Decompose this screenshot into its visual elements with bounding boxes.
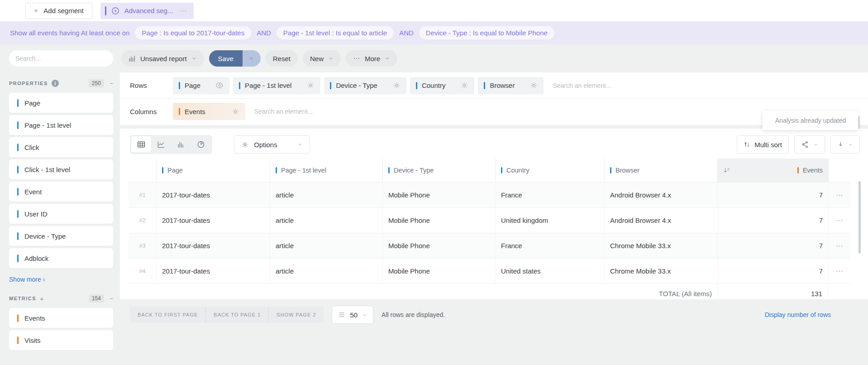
row-actions-button[interactable]: ⋯ — [828, 208, 851, 233]
pie-chart-view-button[interactable] — [191, 136, 211, 153]
chip-color-bar — [330, 82, 331, 89]
total-spacer — [382, 284, 495, 303]
table-row[interactable]: #1 2017-tour-dates article Mobile Phone … — [129, 182, 851, 207]
add-segment-button[interactable]: + Add segment — [25, 3, 92, 19]
chevron-down-icon — [362, 312, 367, 317]
rows-label: Rows — [130, 82, 173, 89]
reset-button[interactable]: Reset — [266, 50, 298, 67]
header-page-1st-level[interactable]: Page - 1st level — [270, 158, 382, 182]
row-actions-button[interactable]: ⋯ — [828, 259, 851, 283]
table-row[interactable]: #2 2017-tour-dates article Mobile Phone … — [129, 207, 851, 233]
gear-icon[interactable] — [393, 82, 401, 89]
advanced-segment-chip[interactable]: Advanced seg... ⋯ — [100, 3, 194, 19]
row-chip-country[interactable]: Country — [410, 77, 475, 94]
property-color-bar — [17, 232, 19, 240]
report-chart-icon — [129, 55, 136, 62]
filter-chip-level[interactable]: Page - 1st level : Is equal to article — [277, 26, 394, 39]
chip-label: Country — [422, 82, 446, 89]
report-selector[interactable]: Unsaved report — [121, 50, 204, 67]
table-view-button[interactable] — [131, 136, 151, 153]
property-item-device-type[interactable]: Device - Type — [9, 226, 113, 246]
back-to-page-1-button[interactable]: BACK TO PAGE 1 — [206, 307, 269, 323]
header-page[interactable]: Page — [156, 158, 270, 182]
filter-chip-device[interactable]: Device - Type : Is equal to Mobile Phone — [419, 26, 554, 39]
header-events[interactable]: Events — [717, 158, 828, 182]
property-item-click-1st-level[interactable]: Click - 1st level — [9, 159, 113, 179]
row-chip-browser[interactable]: Browser — [478, 77, 544, 94]
back-to-first-page-button[interactable]: BACK TO FIRST PAGE — [130, 307, 206, 323]
total-spacer — [129, 284, 156, 303]
cell-browser: Android Browser 4.x — [604, 182, 717, 207]
collapse-icon[interactable]: − — [110, 80, 113, 87]
rows-element-search-input[interactable] — [553, 82, 652, 89]
share-button[interactable] — [794, 135, 825, 154]
new-button[interactable]: New — [303, 50, 341, 67]
property-item-page[interactable]: Page — [9, 93, 113, 113]
sidebar-search-input[interactable] — [15, 55, 97, 62]
metric-item-events[interactable]: Events — [9, 308, 113, 328]
header-label: Page - 1st level — [281, 167, 326, 174]
sidebar-search[interactable] — [9, 50, 113, 67]
segment-target-icon — [111, 7, 119, 15]
show-more-link[interactable]: Show more › — [9, 276, 45, 283]
row-actions-button[interactable]: ⋯ — [828, 182, 851, 207]
property-item-page-1st-level[interactable]: Page - 1st level — [9, 115, 113, 135]
more-label: More — [365, 55, 380, 62]
add-metric-icon[interactable]: + — [40, 295, 44, 303]
property-item-adblock[interactable]: Adblock — [9, 248, 113, 268]
columns-label: Columns — [130, 108, 173, 115]
columns-element-search-input[interactable] — [254, 108, 354, 115]
property-color-bar — [17, 255, 19, 262]
chevron-down-icon — [385, 56, 390, 61]
download-button[interactable] — [830, 135, 860, 154]
report-name: Unsaved report — [140, 55, 187, 62]
options-dropdown[interactable]: Options — [234, 135, 310, 154]
property-item-event[interactable]: Event — [9, 182, 113, 202]
rows-chips: Page Page - 1st level — [173, 77, 544, 94]
row-actions-button[interactable]: ⋯ — [828, 233, 851, 258]
more-button[interactable]: ⋯ More — [346, 50, 397, 67]
segment-bar: + Add segment Advanced seg... ⋯ — [0, 0, 868, 21]
gear-icon[interactable] — [232, 108, 239, 115]
save-options-button[interactable] — [243, 50, 261, 67]
gear-icon[interactable] — [307, 82, 315, 89]
properties-header: PROPERTIES i 250 − — [9, 79, 113, 87]
header-browser[interactable]: Browser — [604, 158, 717, 182]
table-card: Options Multi sort — [120, 129, 868, 299]
cell-browser: Chrome Mobile 33.x — [604, 259, 717, 283]
gear-icon[interactable] — [216, 82, 224, 89]
collapse-icon[interactable]: − — [110, 295, 113, 302]
table-row[interactable]: #4 2017-tour-dates article Mobile Phone … — [129, 258, 851, 283]
column-chip-events[interactable]: Events — [173, 103, 245, 120]
header-country[interactable]: Country — [495, 158, 604, 182]
row-chip-page-1st-level[interactable]: Page - 1st level — [233, 77, 320, 94]
gear-icon[interactable] — [461, 82, 468, 89]
bar-chart-view-button[interactable] — [171, 136, 191, 153]
multi-sort-button[interactable]: Multi sort — [737, 135, 789, 154]
save-button[interactable]: Save — [209, 50, 243, 67]
header-color-bar — [501, 167, 502, 173]
sort-descending-icon[interactable] — [723, 167, 730, 174]
chip-label: Page — [185, 82, 200, 89]
property-item-user-id[interactable]: User ID — [9, 204, 113, 224]
rows-per-page-dropdown[interactable]: 50 — [332, 306, 373, 324]
row-chip-device-type[interactable]: Device - Type — [324, 77, 406, 94]
property-item-click[interactable]: Click — [9, 137, 113, 157]
show-page-2-button[interactable]: SHOW PAGE 2 — [269, 307, 324, 323]
vertical-scrollbar[interactable] — [858, 181, 861, 254]
cell-page: 2017-tour-dates — [156, 233, 270, 258]
table-row[interactable]: #3 2017-tour-dates article Mobile Phone … — [129, 233, 851, 258]
line-chart-view-button[interactable] — [151, 136, 171, 153]
metric-item-visits[interactable]: Visits — [9, 330, 113, 350]
gear-icon[interactable] — [530, 82, 538, 89]
display-number-of-rows-link[interactable]: Display number of rows — [765, 311, 831, 318]
list-icon — [338, 311, 345, 318]
header-device-type[interactable]: Device - Type — [382, 158, 495, 182]
segment-menu-icon[interactable]: ⋯ — [180, 7, 187, 15]
analysis-status-tooltip: Analysis already updated — [763, 111, 858, 130]
filter-chip-page[interactable]: Page : Is equal to 2017-tour-dates — [135, 26, 251, 39]
property-label: Device - Type — [24, 232, 66, 240]
header-label: Browser — [615, 167, 639, 174]
row-chip-page[interactable]: Page — [173, 77, 229, 94]
chip-label: Device - Type — [336, 82, 377, 89]
